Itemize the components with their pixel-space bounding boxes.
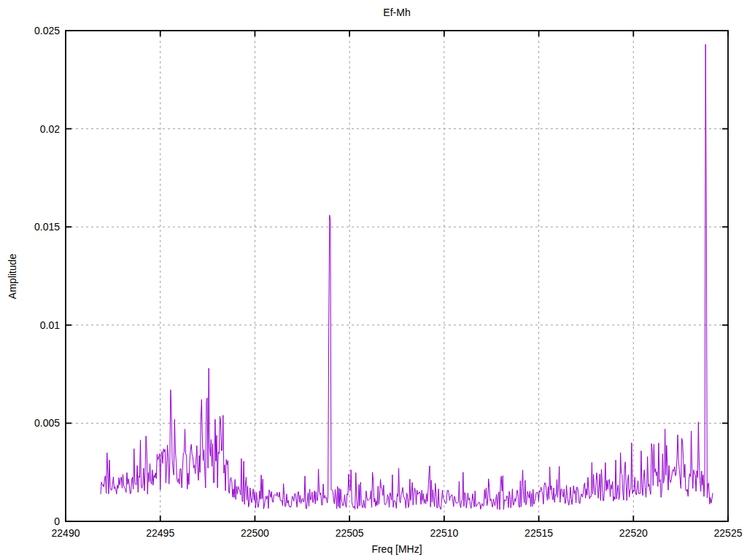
x-tick-label: 22490 bbox=[52, 527, 80, 539]
series-ef-mh-trace bbox=[101, 44, 713, 510]
x-tick-label: 22510 bbox=[430, 527, 458, 539]
y-tick-label: 0.01 bbox=[40, 319, 60, 331]
y-tick-label: 0 bbox=[54, 516, 60, 527]
x-tick-label: 22495 bbox=[146, 527, 174, 539]
x-tick-label: 22520 bbox=[619, 527, 648, 539]
chart-figure: Ef-Mh Amplitude Freq [MHz] 2249022495225… bbox=[0, 0, 747, 560]
plot-border bbox=[66, 31, 728, 521]
x-tick-label: 22505 bbox=[336, 527, 364, 539]
x-tick-label: 22515 bbox=[525, 527, 553, 539]
x-tick-label: 22525 bbox=[714, 527, 743, 539]
x-tick-label: 22500 bbox=[241, 527, 269, 539]
plot-canvas: 2249022495225002250522510225152252022525… bbox=[0, 0, 747, 560]
y-tick-label: 0.02 bbox=[40, 123, 60, 135]
y-tick-label: 0.005 bbox=[34, 417, 60, 429]
y-tick-label: 0.025 bbox=[34, 25, 60, 36]
y-tick-label: 0.015 bbox=[34, 221, 60, 233]
